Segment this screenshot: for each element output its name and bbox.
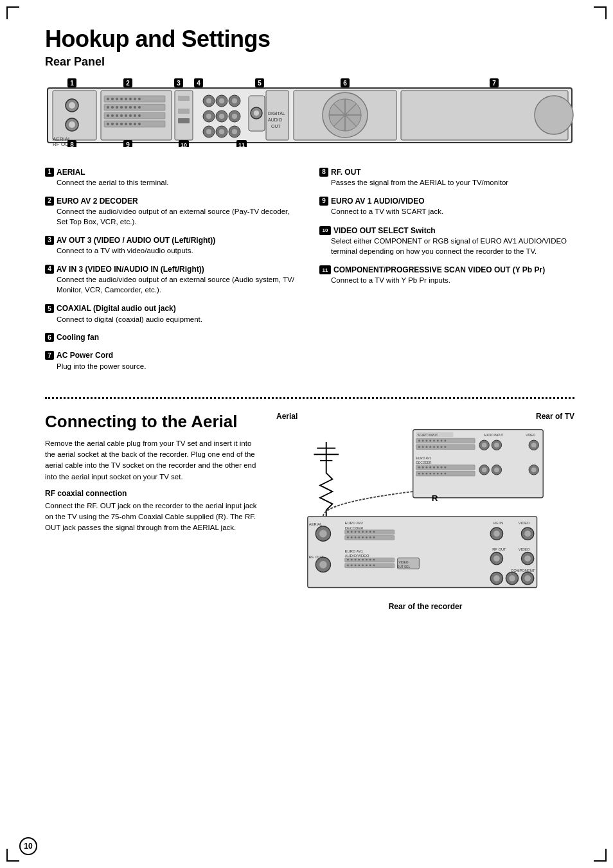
connecting-diagram: Aerial Rear of TV SCART INPUT [276, 412, 574, 611]
svg-point-211 [373, 564, 375, 566]
svg-point-186 [366, 536, 368, 538]
svg-point-231 [509, 575, 515, 581]
rear-of-recorder-label: Rear of the recorder [276, 602, 574, 611]
svg-point-133 [531, 443, 537, 448]
svg-point-181 [347, 536, 349, 538]
desc-body-3: Connect to a TV with video/audio outputs… [45, 245, 300, 256]
desc-body-9: Connect to a TV with SCART jack. [319, 206, 574, 217]
svg-point-205 [351, 564, 353, 566]
svg-point-207 [358, 564, 360, 566]
svg-text:VIDEO: VIDEO [519, 547, 530, 551]
svg-rect-51 [178, 109, 190, 114]
desc-body-4: Connect the audio/video output of an ext… [45, 274, 300, 295]
svg-text:RF OUT: RF OUT [492, 547, 506, 551]
svg-point-177 [362, 531, 364, 533]
desc-body-10: Select either COMPONENT or RGB signal of… [319, 236, 574, 256]
rear-panel-title: Rear Panel [45, 55, 574, 69]
svg-point-31 [107, 114, 109, 117]
svg-point-23 [107, 106, 109, 109]
desc-item-8: 8 RF. OUT Passes the signal from the AER… [319, 165, 574, 188]
svg-point-139 [422, 466, 424, 468]
svg-point-185 [362, 536, 364, 538]
desc-body-2: Connect the audio/video output of an ext… [45, 206, 300, 227]
svg-text:4: 4 [197, 80, 200, 87]
desc-title-7: AC Power Cord [57, 351, 113, 360]
svg-point-111 [422, 439, 424, 441]
svg-point-175 [355, 531, 357, 533]
desc-body-5: Connect to digital (coaxial) audio equip… [45, 314, 300, 324]
svg-point-45 [134, 123, 136, 125]
svg-point-152 [441, 472, 443, 474]
svg-text:SCART INPUT: SCART INPUT [417, 434, 438, 437]
svg-text:AUDIO: AUDIO [268, 118, 283, 122]
svg-point-124 [441, 446, 443, 448]
svg-point-187 [369, 536, 371, 538]
svg-point-68 [232, 114, 237, 119]
svg-point-140 [425, 466, 427, 468]
svg-point-188 [373, 536, 375, 538]
description-container: 1 AERIAL Connect the aerial to this term… [45, 165, 574, 378]
svg-point-21 [134, 98, 136, 100]
desc-body-11: Connect to a TV with Y Pb Pr inputs. [319, 275, 574, 285]
corner-mark-tl [6, 6, 19, 19]
svg-point-117 [444, 439, 446, 441]
svg-point-201 [366, 558, 368, 560]
num-badge-4: 4 [45, 265, 54, 274]
svg-point-180 [373, 531, 375, 533]
svg-text:OUT: OUT [271, 124, 281, 128]
svg-point-64 [206, 114, 211, 119]
svg-point-19 [125, 98, 127, 100]
desc-item-1: 1 AERIAL Connect the aerial to this term… [45, 165, 300, 188]
svg-point-183 [355, 536, 357, 538]
svg-text:R: R [432, 493, 438, 502]
svg-point-147 [422, 472, 424, 474]
svg-point-146 [418, 472, 420, 474]
svg-point-174 [351, 531, 353, 533]
svg-point-18 [120, 98, 123, 100]
dot-divider [45, 397, 574, 399]
svg-point-198 [355, 558, 357, 560]
svg-point-144 [441, 466, 443, 468]
num-badge-8: 8 [319, 168, 328, 177]
svg-point-41 [116, 123, 118, 125]
svg-point-34 [120, 114, 123, 117]
corner-mark-bl [6, 849, 19, 862]
svg-point-30 [138, 106, 141, 109]
svg-point-17 [116, 98, 118, 100]
svg-point-58 [206, 98, 211, 103]
num-badge-3: 3 [45, 236, 54, 245]
svg-text:5: 5 [258, 80, 262, 87]
svg-point-33 [116, 114, 118, 117]
svg-point-223 [524, 555, 531, 562]
svg-rect-52 [178, 118, 190, 123]
svg-point-155 [482, 467, 487, 472]
svg-text:EURO AV2: EURO AV2 [416, 457, 432, 460]
svg-point-24 [111, 106, 114, 109]
svg-point-110 [418, 439, 420, 441]
svg-point-157 [494, 467, 499, 472]
svg-rect-1 [53, 91, 96, 140]
svg-text:10: 10 [181, 142, 187, 147]
svg-text:1: 1 [70, 80, 74, 87]
svg-point-70 [206, 129, 211, 134]
svg-text:DIGITAL: DIGITAL [268, 111, 285, 116]
svg-point-179 [369, 531, 371, 533]
svg-point-208 [362, 564, 364, 566]
svg-point-26 [120, 106, 123, 109]
svg-text:DECODER: DECODER [345, 526, 364, 530]
svg-text:7: 7 [492, 80, 496, 87]
desc-item-10: 10 VIDEO OUT SELECT Switch Select either… [319, 223, 574, 256]
desc-title-5: COAXIAL (Digital audio out jack) [57, 304, 176, 313]
svg-point-197 [351, 558, 353, 560]
svg-point-148 [425, 472, 427, 474]
svg-point-168 [319, 530, 327, 538]
svg-point-15 [107, 98, 109, 100]
page: Hookup and Settings Rear Panel AERIAL RF… [0, 0, 613, 868]
panel-diagram-svg: AERIAL RF OUT 1 [45, 76, 574, 147]
svg-point-119 [422, 446, 424, 448]
svg-point-141 [429, 466, 431, 468]
svg-point-143 [437, 466, 439, 468]
desc-item-11: 11 COMPONENT/PROGRESSIVE SCAN VIDEO OUT … [319, 263, 574, 286]
num-badge-10: 10 [319, 226, 331, 235]
rf-title: RF coaxial connection [45, 489, 263, 498]
